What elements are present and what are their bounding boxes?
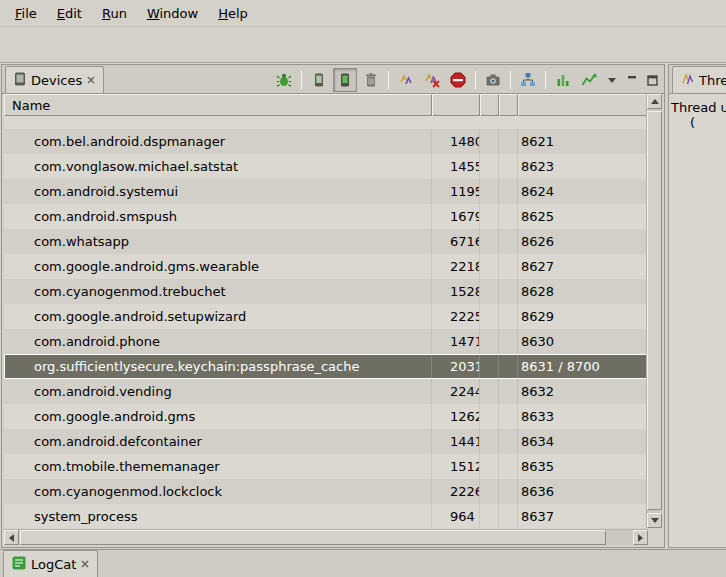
process-pid: 1512 — [432, 454, 480, 479]
tab-devices[interactable]: Devices — [5, 66, 104, 93]
view-hierarchy-button[interactable] — [516, 68, 540, 92]
process-pid: 14411 — [432, 429, 480, 454]
device-table-header: Name — [4, 94, 648, 116]
menu-file[interactable]: File — [6, 2, 46, 25]
table-row[interactable]: com.cyanogenmod.lockclock 22265 8636 — [4, 479, 648, 504]
table-row[interactable]: com.google.android.gms 12623 8633 — [4, 404, 648, 429]
debug-process-button[interactable] — [272, 68, 296, 92]
maximize-button[interactable] — [643, 68, 661, 92]
table-row[interactable]: com.vonglasow.michael.satstat 14553 8623 — [4, 154, 648, 179]
arrow-left-icon — [9, 534, 14, 542]
start-profiling-button[interactable] — [551, 68, 575, 92]
threads-content: Thread up ( — [669, 94, 726, 547]
process-col3 — [480, 379, 499, 404]
process-name: org.sufficientlysecure.keychain:passphra… — [4, 354, 432, 379]
menu-window[interactable]: Window — [138, 2, 207, 25]
horizontal-scroll-thumb[interactable] — [20, 530, 606, 545]
close-icon[interactable] — [81, 560, 89, 568]
column-header-pid[interactable] — [432, 94, 480, 116]
tab-logcat-label: LogCat — [31, 557, 76, 572]
update-heap-button[interactable] — [307, 68, 331, 92]
table-row[interactable]: com.android.smspush 1679 8625 — [4, 204, 648, 229]
toolbar-separator — [510, 71, 511, 89]
tab-logcat[interactable]: LogCat — [3, 550, 98, 577]
process-name: com.whatsapp — [4, 229, 432, 254]
process-port: 8626 — [518, 229, 648, 254]
table-row[interactable]: com.cyanogenmod.trebuchet 1528 8628 — [4, 279, 648, 304]
menu-edit[interactable]: Edit — [48, 2, 91, 25]
process-col3 — [480, 504, 499, 528]
process-col3 — [480, 404, 499, 429]
table-row[interactable]: com.tmobile.thememanager 1512 8635 — [4, 454, 648, 479]
table-row[interactable]: com.android.phone 1471 8630 — [4, 329, 648, 354]
screen-capture-button[interactable] — [481, 68, 505, 92]
scrolled-partial-row — [4, 116, 648, 129]
process-col3 — [480, 479, 499, 504]
scroll-left-button[interactable] — [4, 530, 19, 545]
table-row[interactable]: com.google.android.setupwizard 22250 862… — [4, 304, 648, 329]
process-port: 8633 — [518, 404, 648, 429]
column-header-4[interactable] — [499, 94, 518, 116]
chevron-down-icon — [608, 78, 616, 83]
stop-thread-updates-button[interactable] — [420, 68, 444, 92]
close-icon[interactable] — [87, 76, 95, 84]
table-row[interactable]: com.google.android.gms.wearable 22185 86… — [4, 254, 648, 279]
table-row[interactable]: com.whatsapp 6716 8626 — [4, 229, 648, 254]
table-row[interactable]: system_process 964 8637 — [4, 504, 648, 528]
process-col3 — [480, 304, 499, 329]
menu-bar: File Edit Run Window Help — [0, 0, 726, 27]
horizontal-scrollbar[interactable] — [4, 529, 648, 545]
menu-run[interactable]: Run — [93, 2, 136, 25]
process-col4 — [499, 379, 518, 404]
process-col4 — [499, 204, 518, 229]
process-port: 8628 — [518, 279, 648, 304]
scroll-right-button[interactable] — [633, 530, 648, 545]
process-col4 — [499, 154, 518, 179]
view-menu-button[interactable] — [603, 68, 621, 92]
process-name: com.cyanogenmod.trebuchet — [4, 279, 432, 304]
process-pid: 20311 — [432, 354, 480, 379]
scroll-down-button[interactable] — [647, 513, 662, 528]
network-stats-icon — [581, 72, 597, 88]
process-col3 — [480, 454, 499, 479]
table-row[interactable]: com.android.defcontainer 14411 8634 — [4, 429, 648, 454]
stop-process-button[interactable] — [446, 68, 470, 92]
column-header-3[interactable] — [480, 94, 499, 116]
process-pid: 1195 — [432, 179, 480, 204]
process-col3 — [480, 204, 499, 229]
cause-gc-button[interactable] — [359, 68, 383, 92]
process-port: 8624 — [518, 179, 648, 204]
process-col4 — [499, 254, 518, 279]
arrow-down-icon — [651, 518, 659, 523]
threads-icon — [681, 72, 694, 88]
process-col4 — [499, 429, 518, 454]
menu-help[interactable]: Help — [209, 2, 257, 25]
column-header-port[interactable] — [518, 94, 648, 116]
threads-message-line2: ( — [671, 115, 724, 130]
devices-tabbar: Devices — [2, 65, 664, 94]
device-icon — [14, 72, 26, 89]
process-col4 — [499, 354, 518, 379]
network-stats-button[interactable] — [577, 68, 601, 92]
table-row[interactable]: org.sufficientlysecure.keychain:passphra… — [4, 354, 648, 379]
process-pid: 1480 — [432, 129, 480, 154]
hierarchy-icon — [520, 72, 536, 88]
update-threads-button[interactable] — [394, 68, 418, 92]
process-col3 — [480, 129, 499, 154]
devices-panel: Devices — [1, 64, 665, 548]
table-row[interactable]: com.bel.android.dspmanager 1480 8621 — [4, 129, 648, 154]
scroll-up-button[interactable] — [647, 94, 662, 109]
dump-hprof-button[interactable] — [333, 68, 357, 92]
minimize-button[interactable] — [623, 68, 641, 92]
vertical-scrollbar[interactable] — [646, 94, 662, 528]
threads-tabbar: Threads — [669, 65, 726, 94]
process-pid: 6716 — [432, 229, 480, 254]
trash-icon — [363, 72, 379, 88]
vertical-scroll-thumb[interactable] — [647, 111, 662, 510]
table-row[interactable]: com.android.systemui 1195 8624 — [4, 179, 648, 204]
process-port: 8636 — [518, 479, 648, 504]
tab-threads[interactable]: Threads — [672, 66, 726, 93]
process-name: com.android.smspush — [4, 204, 432, 229]
column-header-name[interactable]: Name — [4, 94, 432, 116]
table-row[interactable]: com.android.vending 22440 8632 — [4, 379, 648, 404]
